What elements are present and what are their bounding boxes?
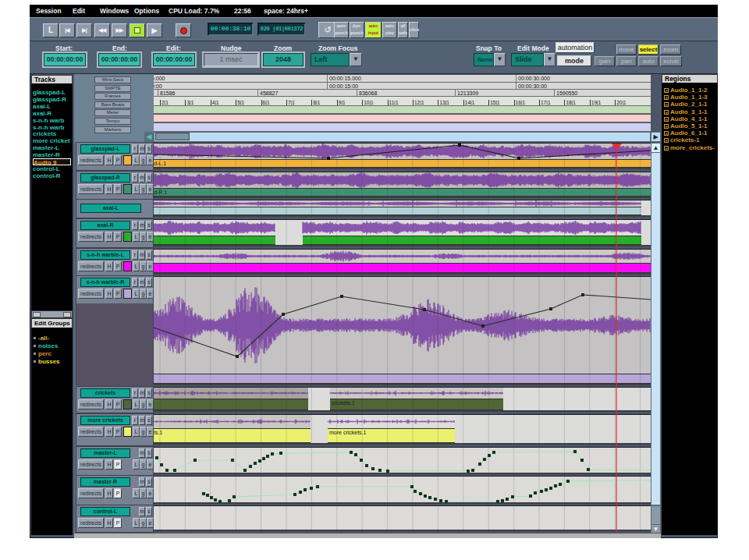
redirects-button[interactable]: redirects bbox=[78, 427, 104, 437]
track-lane-control-L[interactable] bbox=[154, 505, 651, 531]
record-enable-button[interactable]: r bbox=[132, 221, 138, 230]
tool-zoom[interactable]: zoom bbox=[660, 44, 681, 55]
mode-button-auto-play[interactable]: autoplay bbox=[382, 22, 397, 38]
group-button[interactable]: g bbox=[140, 184, 147, 194]
playlist-button[interactable]: P bbox=[114, 488, 122, 498]
ruler-button-bars-beats[interactable]: Bars:Beats bbox=[94, 101, 131, 108]
edit-button[interactable]: e bbox=[147, 232, 154, 242]
tool-auto[interactable]: auto bbox=[638, 56, 658, 66]
ruler-tempo[interactable] bbox=[154, 115, 651, 122]
mode-button[interactable]: mode bbox=[557, 55, 591, 66]
record-enable-button[interactable]: r bbox=[132, 173, 138, 183]
h-scrollbar[interactable] bbox=[154, 132, 651, 142]
region-item-Audio611[interactable]: +Audio_6_1-1 bbox=[664, 129, 717, 136]
ruler-frames[interactable]: 8158645882783606812133091590550 bbox=[154, 90, 651, 97]
transport-play-button[interactable]: ▶ bbox=[147, 23, 162, 37]
edit-button[interactable]: e bbox=[147, 261, 154, 271]
group-button[interactable]: g bbox=[140, 459, 147, 470]
ruler-button-tempo[interactable]: Tempo bbox=[94, 118, 131, 125]
solo-button[interactable]: s bbox=[146, 507, 152, 516]
region-item-Audio511[interactable]: +Audio_5_1-1 bbox=[664, 122, 717, 129]
track-name[interactable]: glasspad-R bbox=[80, 173, 130, 183]
edit-button[interactable]: e bbox=[147, 289, 154, 299]
transport-prev-button[interactable]: |◀ bbox=[59, 23, 75, 37]
track-name[interactable]: axal-R bbox=[80, 221, 130, 230]
mode-button-auto-input[interactable]: autoinput bbox=[365, 22, 382, 38]
mute-button[interactable]: m bbox=[139, 250, 145, 260]
zoom-focus-select[interactable]: Left bbox=[311, 53, 350, 66]
mute-button[interactable]: m bbox=[139, 278, 145, 287]
playlist-button[interactable]: P bbox=[114, 232, 122, 242]
record-enable-button[interactable]: r bbox=[132, 278, 138, 287]
ruler-bars[interactable]: 2|13|14|15|16|17|18|19|110|111|112|113|1… bbox=[154, 97, 651, 106]
h-scrollbar-thumb[interactable] bbox=[155, 133, 190, 140]
edit-mode-select[interactable]: Slide bbox=[511, 53, 544, 66]
menu-windows[interactable]: Windows bbox=[100, 7, 129, 15]
snap-to-arrow[interactable]: ▼ bbox=[494, 53, 506, 66]
edit-mode-arrow[interactable]: ▼ bbox=[544, 53, 556, 66]
menu-edit[interactable]: Edit bbox=[73, 7, 85, 15]
region-strip-0[interactable] bbox=[154, 264, 651, 273]
redirects-button[interactable]: redirects bbox=[78, 289, 104, 299]
v-scrollbar[interactable] bbox=[651, 143, 661, 505]
track-lane-master-R[interactable] bbox=[154, 476, 651, 504]
automation-button[interactable]: automation bbox=[556, 42, 595, 53]
group-item-all[interactable]: -all- bbox=[34, 335, 71, 342]
region-wave-0[interactable] bbox=[154, 172, 651, 189]
edit-button[interactable]: e bbox=[147, 427, 154, 437]
region-item-Audio411[interactable]: +Audio_4_1-1 bbox=[664, 115, 717, 122]
group-button[interactable]: g bbox=[140, 289, 147, 299]
mode-button-all-safe[interactable]: allsafe bbox=[398, 22, 408, 38]
group-button[interactable]: g bbox=[140, 518, 147, 528]
region-wave-0[interactable] bbox=[154, 415, 311, 429]
bars-counter[interactable]: 020 |01|001372 bbox=[257, 23, 306, 36]
lock-button[interactable]: L bbox=[133, 155, 140, 165]
redirects-button[interactable]: redirects bbox=[78, 459, 104, 470]
ruler-markers[interactable] bbox=[154, 123, 651, 132]
transport-return-button[interactable]: L bbox=[43, 23, 59, 37]
group-item-noises[interactable]: noises bbox=[34, 342, 71, 350]
playlist-button[interactable]: P bbox=[114, 427, 122, 437]
playlist-button[interactable]: P bbox=[114, 518, 122, 528]
tool-pan[interactable]: pan bbox=[616, 56, 637, 66]
tracks-panel-scrollbar[interactable] bbox=[31, 310, 73, 318]
edit-button[interactable]: e bbox=[147, 459, 154, 470]
input-monitor-button[interactable]: H bbox=[105, 399, 113, 409]
track-name[interactable]: master-L bbox=[80, 448, 130, 458]
ruler-button-smpte[interactable]: SMPTE bbox=[94, 85, 131, 92]
region-strip-0[interactable] bbox=[154, 189, 651, 197]
group-item-perc[interactable]: perc bbox=[34, 350, 71, 358]
region-strip-0[interactable] bbox=[154, 207, 641, 215]
region-strip-0[interactable] bbox=[154, 374, 651, 384]
input-monitor-button[interactable]: H bbox=[105, 289, 113, 299]
region-wave-0[interactable] bbox=[154, 277, 651, 374]
record-enable-button[interactable]: r bbox=[132, 250, 138, 260]
redirects-button[interactable]: redirects bbox=[78, 261, 104, 271]
region-strip-0[interactable] bbox=[154, 429, 311, 443]
edit-button[interactable]: e bbox=[147, 399, 154, 409]
track-lane-axal-R[interactable] bbox=[154, 219, 651, 246]
menu-session[interactable]: Session bbox=[36, 7, 62, 15]
region-item-Audio112[interactable]: +Audio_1_1-2 bbox=[664, 87, 717, 94]
input-monitor-button[interactable]: H bbox=[105, 488, 113, 498]
tool-gain[interactable]: gain bbox=[595, 56, 615, 66]
redirects-button[interactable]: redirects bbox=[78, 518, 104, 528]
input-monitor-button[interactable]: H bbox=[105, 155, 113, 165]
input-monitor-button[interactable]: H bbox=[105, 518, 113, 528]
ruler-button-markers[interactable]: Markers bbox=[94, 126, 131, 133]
region-expand-icon[interactable]: + bbox=[664, 131, 669, 136]
playlist-button[interactable]: P bbox=[114, 184, 122, 194]
track-list-item-master-L[interactable]: master-L bbox=[33, 144, 71, 151]
zoom-value[interactable]: 2048 bbox=[263, 53, 304, 66]
main-counter[interactable]: 00:00:38:10 bbox=[208, 23, 254, 36]
track-lane-glasspad-L[interactable]: glasspad-L.1 bbox=[154, 143, 651, 169]
playlist-button[interactable]: P bbox=[114, 155, 122, 165]
region-expand-icon[interactable]: + bbox=[664, 124, 669, 129]
end-field[interactable]: 00:00:00:00 bbox=[98, 53, 140, 66]
track-color-swatch[interactable] bbox=[123, 427, 132, 437]
edit-field[interactable]: 00:00:00:00 bbox=[153, 53, 195, 66]
region-wave-0[interactable] bbox=[154, 200, 641, 207]
redirects-button[interactable]: redirects bbox=[78, 399, 104, 409]
track-list-item-axal-L[interactable]: axal-L bbox=[33, 103, 71, 110]
record-enable-button[interactable]: r bbox=[132, 388, 138, 398]
